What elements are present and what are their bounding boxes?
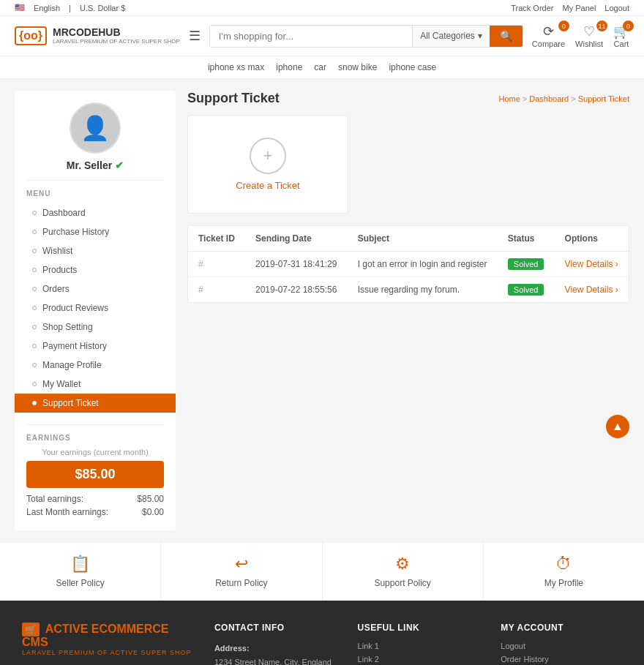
nav-bar: iphone xs max iphone car snow bike iphon…	[0, 56, 644, 79]
contact-address: Address: 1234 Street Name, City, England	[214, 642, 336, 665]
search-button[interactable]: 🔍	[490, 26, 523, 47]
track-order-link[interactable]: Track Order	[511, 4, 553, 12]
seller-policy-label: Seller Policy	[56, 578, 105, 588]
policy-seller[interactable]: 📋 Seller Policy	[0, 543, 161, 600]
col-status: Status	[498, 226, 555, 252]
breadcrumb: Home > Dashboard > Support Ticket	[498, 94, 629, 103]
compare-badge: 0	[558, 20, 569, 31]
total-earnings-row: Total earnings: $85.00	[26, 492, 164, 506]
return-policy-label: Return Policy	[215, 578, 267, 588]
scroll-top-button[interactable]: ▲	[606, 415, 629, 438]
dot-icon	[32, 287, 37, 291]
col-subject: Subject	[348, 226, 498, 252]
ticket-id-cell: #	[188, 252, 245, 277]
return-policy-icon: ↩	[235, 555, 248, 574]
search-input[interactable]	[210, 26, 412, 47]
useful-link-1[interactable]: Link 1	[358, 642, 479, 650]
avatar: 👤	[70, 102, 121, 154]
create-ticket-box[interactable]: + Create a Ticket	[187, 115, 348, 214]
status-badge: Solved	[508, 258, 544, 270]
chevron-down-icon: ▾	[478, 31, 482, 41]
cart-icon-item[interactable]: 🛒 0 Cart	[613, 23, 629, 48]
ticket-status-cell: Solved	[498, 277, 555, 303]
dot-icon	[32, 230, 37, 234]
plus-icon: +	[250, 138, 286, 174]
dot-icon	[32, 382, 37, 386]
earnings-month: Your earnings (current month)	[26, 448, 164, 457]
policy-my-profile[interactable]: ⏱ My Profile	[484, 543, 644, 600]
sidebar-item-wishlist[interactable]: Wishlist	[26, 241, 164, 260]
seller-name: Mr. Seller ✔	[67, 159, 124, 171]
nav-item-iphone-xs-max[interactable]: iphone xs max	[208, 62, 264, 72]
ticket-subject-cell: Issue regarding my forum.	[348, 277, 498, 303]
total-earnings-label: Total earnings:	[26, 494, 83, 504]
sidebar-item-orders[interactable]: Orders	[26, 279, 164, 298]
ticket-options-cell: View Details ›	[555, 252, 629, 277]
dot-icon	[32, 306, 37, 310]
total-earnings-value: $85.00	[137, 494, 164, 504]
useful-title: USEFUL LINK	[358, 623, 479, 633]
nav-item-car[interactable]: car	[314, 62, 326, 72]
earnings-amount: $85.00	[26, 461, 164, 488]
category-dropdown[interactable]: All Categories ▾	[412, 26, 490, 47]
support-policy-icon: ⚙	[395, 555, 410, 574]
last-month-label: Last Month earnings:	[26, 507, 108, 517]
account-logout-link[interactable]: Logout	[501, 642, 622, 650]
sidebar-item-product-reviews[interactable]: Product Reviews	[26, 298, 164, 318]
policy-support[interactable]: ⚙ Support Policy	[323, 543, 484, 600]
footer-col-contact: CONTACT INFO Address: 1234 Street Name, …	[214, 623, 336, 665]
menu-label: MENU	[26, 189, 164, 198]
sidebar-item-support-ticket[interactable]: Support Ticket	[15, 394, 176, 413]
verified-icon: ✔	[115, 159, 124, 171]
compare-label: Compare	[532, 40, 565, 48]
nav-item-iphone-case[interactable]: iphone case	[389, 62, 436, 72]
account-order-history-link[interactable]: Order History	[501, 655, 622, 664]
main-content: 👤 Mr. Seller ✔ MENU Dashboard Purchase H…	[0, 79, 644, 542]
header: {oo} MRCODEHUB LARAVEL PREMIUM OF ACTIVE…	[0, 16, 644, 56]
sidebar-item-payment-history[interactable]: Payment History	[26, 337, 164, 356]
menu-hamburger-icon[interactable]: ☰	[189, 28, 201, 44]
ticket-date-cell: 2019-07-22 18:55:56	[245, 277, 348, 303]
wishlist-icon-item[interactable]: ♡ 11 Wishlist	[575, 23, 603, 48]
ticket-options-cell: View Details ›	[555, 277, 629, 303]
right-content: Support Ticket Home > Dashboard > Suppor…	[187, 91, 629, 530]
top-bar: 🇺🇸 English | U.S. Dollar $ Track Order M…	[0, 0, 644, 16]
last-month-earnings-row: Last Month earnings: $0.00	[26, 506, 164, 519]
footer: 🛒 ACTIVE ECOMMERCE CMS LARAVEL PREMIUM O…	[0, 601, 644, 665]
nav-item-snow-bike[interactable]: snow bike	[338, 62, 377, 72]
footer-top: 🛒 ACTIVE ECOMMERCE CMS LARAVEL PREMIUM O…	[22, 623, 622, 665]
logout-link[interactable]: Logout	[604, 4, 629, 12]
view-details-link[interactable]: View Details ›	[565, 285, 618, 295]
policy-return[interactable]: ↩ Return Policy	[161, 543, 322, 600]
ticket-subject-cell: I got an error in login and register	[348, 252, 498, 277]
sidebar-item-shop-setting[interactable]: Shop Setting	[26, 318, 164, 337]
nav-item-iphone[interactable]: iphone	[276, 62, 302, 72]
useful-link-2[interactable]: Link 2	[358, 655, 479, 664]
sidebar-item-products[interactable]: Products	[26, 260, 164, 279]
cart-label: Cart	[614, 40, 629, 48]
language-selector[interactable]: English	[34, 4, 60, 12]
sidebar-item-purchase-history[interactable]: Purchase History	[26, 222, 164, 241]
table-row: # 2019-07-22 18:55:56 Issue regarding my…	[188, 277, 629, 303]
ticket-date-cell: 2019-07-31 18:41:29	[245, 252, 348, 277]
tickets-table-wrap: Ticket ID Sending Date Subject Status Op…	[187, 225, 629, 303]
sidebar-item-manage-profile[interactable]: Manage Profile	[26, 356, 164, 375]
dot-icon	[32, 211, 37, 215]
dot-icon	[32, 268, 37, 272]
currency-selector[interactable]: U.S. Dollar $	[80, 4, 125, 12]
sidebar-item-dashboard[interactable]: Dashboard	[26, 203, 164, 222]
cart-badge: 0	[623, 20, 634, 31]
page-header: Support Ticket Home > Dashboard > Suppor…	[187, 91, 629, 106]
compare-icon-item[interactable]: ⟳ 0 Compare	[532, 23, 565, 48]
status-badge: Solved	[508, 284, 544, 296]
my-panel-link[interactable]: My Panel	[562, 4, 596, 12]
sidebar-item-my-wallet[interactable]: My Wallet	[26, 375, 164, 394]
table-header: Ticket ID Sending Date Subject Status Op…	[188, 226, 629, 252]
dot-icon	[32, 363, 37, 367]
create-ticket-label: Create a Ticket	[236, 180, 299, 191]
view-details-link[interactable]: View Details ›	[565, 259, 618, 269]
earnings-section: EARNINGS Your earnings (current month) $…	[26, 424, 164, 519]
col-ticket-id: Ticket ID	[188, 226, 245, 252]
menu-section: MENU Dashboard Purchase History Wishlist…	[26, 189, 164, 413]
logo-subtitle: LARAVEL PREMIUM OF ACTIVE SUPER SHOP	[53, 38, 180, 45]
